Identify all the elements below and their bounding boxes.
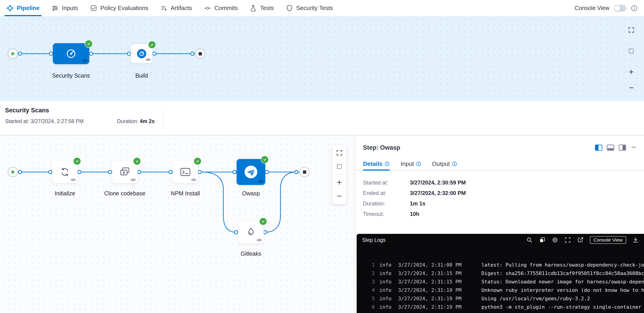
log-timestamp: 3/27/2024, 2:31:15 PM <box>398 269 477 278</box>
step-node-npm-install[interactable]: </> <box>172 161 198 183</box>
info-icon[interactable] <box>631 5 638 11</box>
log-message: latest: Pulling from harness/owasp-depen… <box>482 261 644 269</box>
pipeline-execution-page: Pipeline Inputs Policy Evaluations Artif… <box>0 0 644 313</box>
connector-port <box>18 52 22 55</box>
stage-graph-canvas[interactable]: </> Security Scans </> Build <box>0 16 644 101</box>
fit-to-screen-button[interactable] <box>625 24 637 36</box>
tab-output[interactable]: Output <box>432 157 457 170</box>
success-badge <box>148 41 156 48</box>
stage-start-node[interactable] <box>8 49 18 59</box>
code-icon: </> <box>191 178 196 182</box>
step-node-gitleaks[interactable]: </> <box>238 221 264 244</box>
tab-label: Details <box>363 160 382 167</box>
zoom-out-button[interactable] <box>332 189 346 203</box>
toggle-knob <box>614 5 620 11</box>
connector-port <box>48 170 52 174</box>
stage-edges <box>0 16 644 101</box>
stage-started-at: Started at: 3/27/2024, 2:27:58 PM <box>5 118 84 124</box>
info-icon <box>384 161 390 166</box>
search-icon[interactable] <box>526 237 533 243</box>
zoom-in-button[interactable] <box>332 176 346 189</box>
tab-label: Security Tests <box>296 4 333 11</box>
collapse-panel-button[interactable] <box>630 144 637 151</box>
layout-left-icon[interactable] <box>595 144 602 151</box>
log-level: info <box>380 269 394 278</box>
marquee-icon <box>336 163 343 170</box>
execution-graph-canvas[interactable]: </> Initialize </> Clone codebase </> NP… <box>0 136 355 313</box>
tab-tests[interactable]: Tests <box>250 0 274 16</box>
copy-icon[interactable] <box>539 237 546 243</box>
download-icon[interactable] <box>632 237 639 243</box>
stage-end-node[interactable] <box>195 49 205 59</box>
inputs-icon <box>52 4 59 12</box>
connector-port <box>198 170 201 174</box>
step-node-clone-codebase[interactable]: </> <box>112 161 138 183</box>
connector-port <box>234 230 238 234</box>
detail-row: Started at: 3/27/2024, 2:30:59 PM <box>363 177 636 188</box>
tab-details[interactable]: Details <box>363 157 390 170</box>
tab-inputs[interactable]: Inputs <box>52 0 78 16</box>
connector-port <box>50 52 53 55</box>
log-line-number: 3 <box>365 278 375 286</box>
step-node-initialize[interactable]: </> <box>52 161 78 183</box>
play-icon <box>12 170 15 174</box>
connector-port <box>233 170 236 174</box>
external-link-icon[interactable] <box>577 237 584 243</box>
tab-artifacts[interactable]: Artifacts <box>160 0 192 16</box>
execution-start-node[interactable] <box>8 167 18 177</box>
expand-icon <box>628 27 635 33</box>
tab-commits[interactable]: Commits <box>204 0 238 16</box>
tab-policy-evaluations[interactable]: Policy Evaluations <box>90 0 148 16</box>
tab-input[interactable]: Input <box>400 157 421 170</box>
stage-canvas-controls <box>625 24 637 94</box>
nav-tabs: Pipeline Inputs Policy Evaluations Artif… <box>6 0 333 16</box>
connector-port <box>264 230 267 234</box>
step-node-owasp[interactable]: </> <box>236 159 265 185</box>
code-icon: </> <box>70 178 76 182</box>
selection-mode-button[interactable] <box>332 160 346 173</box>
stage-duration: Duration: 4m 2s <box>117 118 154 124</box>
stop-icon <box>303 170 306 174</box>
layout-right-icon[interactable] <box>618 144 626 151</box>
log-level: info <box>380 286 394 294</box>
step-logs-body[interactable]: 1 info 3/27/2024, 2:31:00 PM latest: Pul… <box>356 246 644 313</box>
detail-label: Duration: <box>363 200 410 207</box>
selection-mode-button[interactable] <box>625 45 637 57</box>
step-node-label: Clone codebase <box>104 190 146 197</box>
tab-pipeline[interactable]: Pipeline <box>6 0 40 16</box>
detail-label: Timeout: <box>363 211 410 217</box>
log-line: 4 info 3/27/2024, 2:31:19 PM Unknown rub… <box>365 286 644 294</box>
log-timestamp: 3/27/2024, 2:31:19 PM <box>398 294 477 303</box>
security-tests-icon <box>286 4 293 12</box>
info-icon <box>452 161 457 166</box>
step-node-label: NPM Install <box>171 190 200 197</box>
log-line-number: 6 <box>365 303 375 311</box>
fullscreen-icon[interactable] <box>564 237 571 243</box>
code-icon: </> <box>130 178 136 182</box>
detail-value: 10h <box>410 211 419 217</box>
stage-node-security-scans[interactable]: </> <box>53 43 89 64</box>
success-badge <box>194 158 201 165</box>
execution-end-node[interactable] <box>300 167 310 177</box>
fit-to-screen-button[interactable] <box>332 146 346 160</box>
settings-gear-icon[interactable] <box>552 237 558 243</box>
console-view-button[interactable]: Console View <box>590 236 626 244</box>
zoom-out-button[interactable] <box>625 82 637 94</box>
divider <box>335 174 344 175</box>
log-line: 5 info 3/27/2024, 2:31:19 PM Using /usr/… <box>365 294 644 303</box>
layout-bottom-icon[interactable] <box>607 144 614 151</box>
connector-port <box>138 170 141 174</box>
stage-node-build[interactable]: </> <box>131 44 152 63</box>
zoom-in-button[interactable] <box>625 66 637 78</box>
step-panel-tabs: Details Input Output <box>355 157 644 171</box>
console-view-toggle[interactable] <box>614 5 626 11</box>
connector-port <box>191 52 194 55</box>
stage-node-label: Build <box>135 72 148 79</box>
connector-port <box>153 52 156 55</box>
step-logs-actions: Console View <box>526 236 639 244</box>
tab-label: Pipeline <box>17 4 40 11</box>
top-nav: Pipeline Inputs Policy Evaluations Artif… <box>0 0 644 16</box>
tab-security-tests[interactable]: Security Tests <box>286 0 333 16</box>
log-line: 1 info 3/27/2024, 2:31:00 PM latest: Pul… <box>365 261 644 269</box>
log-message: python3 -m sto_plugin --run-strategy sin… <box>482 303 644 311</box>
